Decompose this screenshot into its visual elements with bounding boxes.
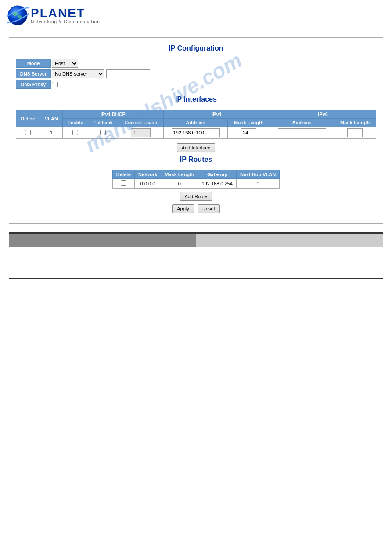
mode-select[interactable]: Host Router	[52, 59, 78, 68]
bottom-data-row	[9, 247, 383, 278]
bottom-header-left	[9, 234, 196, 247]
interface-row-1: 1	[16, 127, 376, 139]
col-dhcp-lease: Current Lease	[118, 119, 164, 127]
interface-ipv6-address-input[interactable]	[278, 128, 326, 137]
routes-table-container: Delete Network Mask Length Gateway Next …	[16, 170, 376, 189]
col-dhcp-fallback: Fallback	[88, 119, 118, 127]
dns-server-row: DNS Server No DNS server Manual Auto	[16, 69, 376, 78]
dns-server-input[interactable]	[106, 69, 150, 78]
interface-dhcp-lease	[118, 127, 164, 139]
mode-row: Mode Host Router	[16, 59, 376, 68]
ip-routes-table: Delete Network Mask Length Gateway Next …	[112, 170, 280, 189]
add-interface-row: Add Interface	[16, 143, 376, 152]
dns-proxy-label: DNS Proxy	[16, 80, 51, 89]
interface-dhcp-enable-checkbox[interactable]	[72, 130, 78, 135]
logo-text: PLANET Networking & Communication	[31, 7, 100, 24]
route-nexthop: 0	[236, 179, 279, 189]
add-interface-button[interactable]: Add Interface	[177, 143, 215, 152]
col-ipv4dhcp: IPv4 DHCP	[62, 110, 163, 119]
ip-interfaces-title: IP Interfaces	[16, 95, 376, 103]
col-ipv4-address: Address	[163, 119, 227, 127]
svg-point-3	[18, 15, 22, 18]
route-delete-checkbox[interactable]	[121, 180, 126, 186]
route-gateway: 192.168.0.254	[198, 179, 236, 189]
ip-config-panel: manualshive.com IP Configuration Mode Ho…	[9, 37, 383, 224]
interface-dhcp-enable	[62, 127, 88, 139]
interface-ipv6-mask	[334, 127, 376, 139]
header: PLANET Networking & Communication	[0, 0, 392, 31]
ip-routes-title: IP Routes	[16, 156, 376, 163]
interface-ipv4-mask-input[interactable]	[241, 128, 256, 137]
interface-ipv4-address-input[interactable]	[172, 128, 220, 137]
planet-logo-icon	[7, 4, 29, 26]
interface-vlan: 1	[40, 127, 62, 139]
routes-col-mask: Mask Length	[161, 170, 198, 179]
routes-col-gateway: Gateway	[198, 170, 236, 179]
action-buttons-row: Apply Reset	[16, 204, 376, 213]
apply-button[interactable]: Apply	[172, 204, 194, 213]
add-route-row: Add Route	[16, 192, 376, 201]
routes-col-delete: Delete	[112, 170, 134, 179]
interface-ipv6-mask-input[interactable]	[347, 128, 363, 137]
mode-value: Host Router	[52, 59, 78, 68]
routes-col-network: Network	[134, 170, 161, 179]
bottom-header-right	[196, 234, 384, 247]
route-network: 0.0.0.0	[134, 179, 161, 189]
interface-dhcp-fallback-checkbox[interactable]	[100, 130, 106, 135]
bottom-section	[9, 232, 383, 279]
col-ipv6-mask: Mask Length	[334, 119, 376, 127]
interface-ipv4-mask	[228, 127, 270, 139]
interface-dhcp-lease-input[interactable]	[131, 128, 151, 137]
bottom-cell-2	[102, 247, 196, 278]
col-ipv6: IPv6	[270, 110, 376, 119]
main-content: manualshive.com IP Configuration Mode Ho…	[0, 31, 392, 286]
ip-interfaces-table: Delete VLAN IPv4 DHCP IPv4 IPv6 Enable F…	[16, 110, 376, 139]
col-ipv6-address: Address	[270, 119, 334, 127]
bottom-cell-1	[9, 247, 102, 278]
dns-proxy-checkbox[interactable]	[52, 82, 58, 87]
reset-button[interactable]: Reset	[198, 204, 220, 213]
ip-config-title: IP Configuration	[16, 44, 376, 52]
col-delete: Delete	[16, 110, 40, 127]
interface-ipv6-address	[270, 127, 334, 139]
route-row-1: 0.0.0.0 0 192.168.0.254 0	[112, 179, 279, 189]
interface-delete	[16, 127, 40, 139]
col-ipv4: IPv4	[163, 110, 270, 119]
route-delete	[112, 179, 134, 189]
route-mask: 0	[161, 179, 198, 189]
interface-dhcp-fallback	[88, 127, 118, 139]
dns-server-label: DNS Server	[16, 69, 51, 78]
routes-col-nexthop: Next Hop VLAN	[236, 170, 279, 179]
mode-label: Mode	[16, 59, 51, 68]
col-ipv4-mask: Mask Length	[228, 119, 270, 127]
interface-ipv4-address	[163, 127, 227, 139]
company-tagline: Networking & Communication	[31, 19, 100, 24]
dns-proxy-row: DNS Proxy	[16, 80, 376, 89]
dns-server-select[interactable]: No DNS server Manual Auto	[52, 69, 104, 78]
ip-config-form: Mode Host Router DNS Server No DNS serve…	[16, 59, 376, 89]
add-route-button[interactable]: Add Route	[180, 192, 212, 201]
company-name: PLANET	[31, 7, 100, 19]
col-vlan: VLAN	[40, 110, 62, 127]
logo: PLANET Networking & Communication	[7, 4, 385, 26]
bottom-cell-3	[196, 247, 384, 278]
interface-delete-checkbox[interactable]	[25, 130, 31, 135]
dns-server-value: No DNS server Manual Auto	[52, 69, 150, 78]
dns-proxy-value	[52, 82, 58, 87]
col-dhcp-enable: Enable	[62, 119, 88, 127]
bottom-header	[9, 234, 383, 247]
